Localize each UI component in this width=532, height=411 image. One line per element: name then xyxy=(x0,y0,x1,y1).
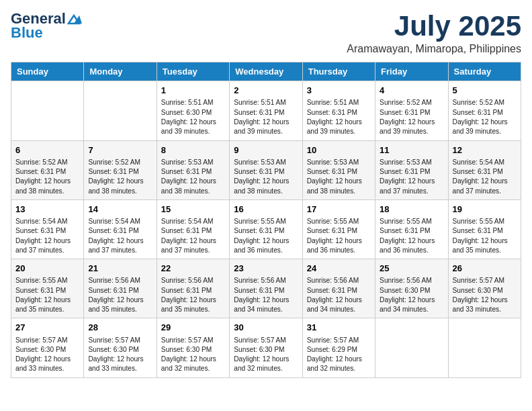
day-cell: 20Sunrise: 5:55 AMSunset: 6:31 PMDayligh… xyxy=(11,259,84,318)
day-cell: 8Sunrise: 5:53 AMSunset: 6:31 PMDaylight… xyxy=(157,140,229,199)
day-cell: 16Sunrise: 5:55 AMSunset: 6:31 PMDayligh… xyxy=(230,199,302,259)
day-number: 12 xyxy=(453,144,517,156)
day-cell: 15Sunrise: 5:54 AMSunset: 6:31 PMDayligh… xyxy=(157,199,229,259)
day-cell: 6Sunrise: 5:52 AMSunset: 6:31 PMDaylight… xyxy=(11,140,84,199)
week-row-3: 13Sunrise: 5:54 AMSunset: 6:31 PMDayligh… xyxy=(11,199,521,259)
header: General Blue July 2025 Aramawayan, Mimar… xyxy=(11,11,521,55)
day-cell: 30Sunrise: 5:57 AMSunset: 6:30 PMDayligh… xyxy=(230,318,302,377)
day-cell: 9Sunrise: 5:53 AMSunset: 6:31 PMDaylight… xyxy=(230,140,302,199)
day-number: 16 xyxy=(234,203,298,216)
day-cell: 29Sunrise: 5:57 AMSunset: 6:30 PMDayligh… xyxy=(157,318,229,377)
day-info: Sunrise: 5:55 AMSunset: 6:31 PMDaylight:… xyxy=(380,217,443,255)
day-number: 28 xyxy=(88,322,152,334)
day-number: 13 xyxy=(15,203,79,216)
day-info: Sunrise: 5:52 AMSunset: 6:31 PMDaylight:… xyxy=(88,158,152,196)
day-number: 17 xyxy=(307,203,371,216)
day-cell: 25Sunrise: 5:56 AMSunset: 6:30 PMDayligh… xyxy=(375,259,448,318)
day-cell: 27Sunrise: 5:57 AMSunset: 6:30 PMDayligh… xyxy=(11,318,84,377)
day-info: Sunrise: 5:53 AMSunset: 6:31 PMDaylight:… xyxy=(234,158,298,196)
day-info: Sunrise: 5:57 AMSunset: 6:30 PMDaylight:… xyxy=(234,336,298,374)
day-info: Sunrise: 5:53 AMSunset: 6:31 PMDaylight:… xyxy=(307,158,371,196)
day-info: Sunrise: 5:54 AMSunset: 6:31 PMDaylight:… xyxy=(453,158,517,196)
day-cell: 31Sunrise: 5:57 AMSunset: 6:29 PMDayligh… xyxy=(302,318,375,377)
day-info: Sunrise: 5:56 AMSunset: 6:31 PMDaylight:… xyxy=(307,276,371,314)
day-info: Sunrise: 5:56 AMSunset: 6:31 PMDaylight:… xyxy=(161,276,225,314)
column-header-thursday: Thursday xyxy=(302,62,375,81)
day-info: Sunrise: 5:53 AMSunset: 6:31 PMDaylight:… xyxy=(380,158,443,196)
day-info: Sunrise: 5:52 AMSunset: 6:31 PMDaylight:… xyxy=(453,98,517,136)
day-number: 15 xyxy=(161,203,225,216)
week-row-5: 27Sunrise: 5:57 AMSunset: 6:30 PMDayligh… xyxy=(11,318,521,377)
day-number: 11 xyxy=(380,144,443,156)
day-cell xyxy=(375,318,448,377)
day-number: 30 xyxy=(234,322,298,334)
day-cell: 3Sunrise: 5:51 AMSunset: 6:31 PMDaylight… xyxy=(302,81,375,140)
calendar-body: 1Sunrise: 5:51 AMSunset: 6:30 PMDaylight… xyxy=(11,81,521,378)
month-title: July 2025 xyxy=(347,11,521,42)
day-info: Sunrise: 5:54 AMSunset: 6:31 PMDaylight:… xyxy=(15,217,79,255)
day-number: 20 xyxy=(15,263,79,275)
column-header-friday: Friday xyxy=(375,62,448,81)
day-number: 2 xyxy=(234,85,298,97)
day-info: Sunrise: 5:51 AMSunset: 6:30 PMDaylight:… xyxy=(161,98,225,136)
day-info: Sunrise: 5:51 AMSunset: 6:31 PMDaylight:… xyxy=(234,98,298,136)
column-header-monday: Monday xyxy=(84,62,157,81)
day-info: Sunrise: 5:57 AMSunset: 6:29 PMDaylight:… xyxy=(307,336,371,374)
day-info: Sunrise: 5:56 AMSunset: 6:31 PMDaylight:… xyxy=(88,276,152,314)
location-title: Aramawayan, Mimaropa, Philippines xyxy=(347,43,521,55)
logo-subtext: Blue xyxy=(11,24,43,42)
day-number: 23 xyxy=(234,263,298,275)
day-cell: 12Sunrise: 5:54 AMSunset: 6:31 PMDayligh… xyxy=(448,140,521,199)
day-cell: 2Sunrise: 5:51 AMSunset: 6:31 PMDaylight… xyxy=(230,81,302,140)
day-number: 31 xyxy=(307,322,371,334)
day-info: Sunrise: 5:57 AMSunset: 6:30 PMDaylight:… xyxy=(15,336,79,374)
day-number: 22 xyxy=(161,263,225,275)
day-number: 9 xyxy=(234,144,298,156)
day-cell xyxy=(448,318,521,377)
day-cell: 18Sunrise: 5:55 AMSunset: 6:31 PMDayligh… xyxy=(375,199,448,259)
day-number: 21 xyxy=(88,263,152,275)
day-number: 4 xyxy=(380,85,443,97)
day-info: Sunrise: 5:56 AMSunset: 6:30 PMDaylight:… xyxy=(380,276,443,314)
day-cell: 24Sunrise: 5:56 AMSunset: 6:31 PMDayligh… xyxy=(302,259,375,318)
day-info: Sunrise: 5:57 AMSunset: 6:30 PMDaylight:… xyxy=(453,276,517,314)
day-cell: 17Sunrise: 5:55 AMSunset: 6:31 PMDayligh… xyxy=(302,199,375,259)
day-cell xyxy=(84,81,157,140)
column-header-saturday: Saturday xyxy=(448,62,521,81)
day-number: 27 xyxy=(15,322,79,334)
day-cell: 1Sunrise: 5:51 AMSunset: 6:30 PMDaylight… xyxy=(157,81,229,140)
day-info: Sunrise: 5:57 AMSunset: 6:30 PMDaylight:… xyxy=(161,336,225,374)
day-cell xyxy=(11,81,84,140)
day-number: 19 xyxy=(453,203,517,216)
day-cell: 19Sunrise: 5:55 AMSunset: 6:31 PMDayligh… xyxy=(448,199,521,259)
column-header-wednesday: Wednesday xyxy=(230,62,302,81)
day-number: 3 xyxy=(307,85,371,97)
day-info: Sunrise: 5:56 AMSunset: 6:31 PMDaylight:… xyxy=(234,276,298,314)
day-cell: 13Sunrise: 5:54 AMSunset: 6:31 PMDayligh… xyxy=(11,199,84,259)
day-cell: 23Sunrise: 5:56 AMSunset: 6:31 PMDayligh… xyxy=(230,259,302,318)
day-info: Sunrise: 5:53 AMSunset: 6:31 PMDaylight:… xyxy=(161,158,225,196)
day-number: 14 xyxy=(88,203,152,216)
day-cell: 7Sunrise: 5:52 AMSunset: 6:31 PMDaylight… xyxy=(84,140,157,199)
day-number: 5 xyxy=(453,85,517,97)
day-cell: 10Sunrise: 5:53 AMSunset: 6:31 PMDayligh… xyxy=(302,140,375,199)
day-number: 7 xyxy=(88,144,152,156)
day-number: 8 xyxy=(161,144,225,156)
day-info: Sunrise: 5:57 AMSunset: 6:30 PMDaylight:… xyxy=(88,336,152,374)
day-number: 25 xyxy=(380,263,443,275)
day-number: 26 xyxy=(453,263,517,275)
title-area: July 2025 Aramawayan, Mimaropa, Philippi… xyxy=(347,11,521,55)
day-number: 10 xyxy=(307,144,371,156)
day-info: Sunrise: 5:51 AMSunset: 6:31 PMDaylight:… xyxy=(307,98,371,136)
week-row-2: 6Sunrise: 5:52 AMSunset: 6:31 PMDaylight… xyxy=(11,140,521,199)
day-cell: 21Sunrise: 5:56 AMSunset: 6:31 PMDayligh… xyxy=(84,259,157,318)
day-cell: 26Sunrise: 5:57 AMSunset: 6:30 PMDayligh… xyxy=(448,259,521,318)
day-info: Sunrise: 5:55 AMSunset: 6:31 PMDaylight:… xyxy=(307,217,371,255)
day-number: 1 xyxy=(161,85,225,97)
day-number: 24 xyxy=(307,263,371,275)
column-header-tuesday: Tuesday xyxy=(157,62,229,81)
day-info: Sunrise: 5:54 AMSunset: 6:31 PMDaylight:… xyxy=(161,217,225,255)
logo: General Blue xyxy=(11,11,82,42)
calendar-header-row: SundayMondayTuesdayWednesdayThursdayFrid… xyxy=(11,62,521,81)
column-header-sunday: Sunday xyxy=(11,62,84,81)
